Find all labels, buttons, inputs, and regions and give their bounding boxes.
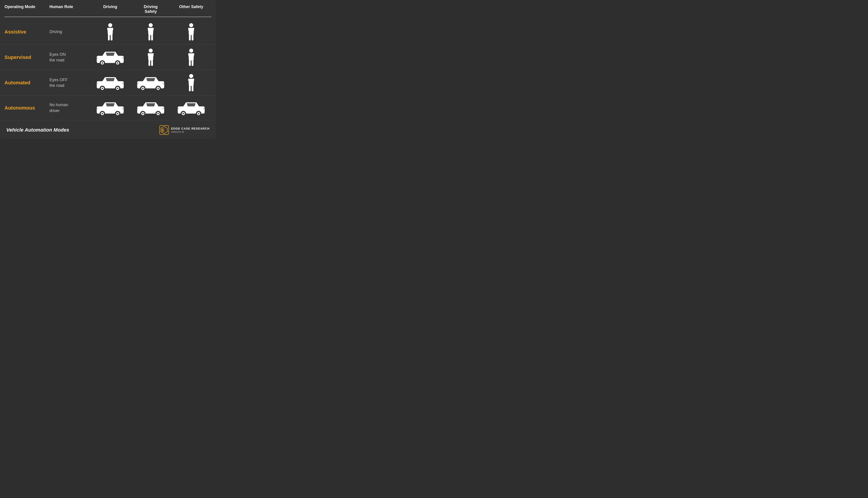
svg-point-54 xyxy=(157,88,159,89)
footer-title: Vehicle Automation Modes xyxy=(6,127,69,133)
svg-rect-80 xyxy=(137,108,139,109)
row-assistive: Assistive Driving xyxy=(0,19,216,45)
other-safety-icon-supervised xyxy=(171,48,211,66)
svg-point-21 xyxy=(102,62,103,64)
svg-point-69 xyxy=(117,113,118,114)
svg-point-33 xyxy=(189,49,193,53)
svg-rect-26 xyxy=(97,57,98,59)
svg-rect-55 xyxy=(162,83,164,84)
svg-rect-46 xyxy=(122,83,124,84)
mode-autonomous: Autonomous xyxy=(4,105,50,111)
svg-point-51 xyxy=(142,88,144,89)
svg-rect-56 xyxy=(137,83,139,84)
svg-rect-10 xyxy=(148,35,150,40)
svg-point-66 xyxy=(102,113,103,114)
svg-text:E: E xyxy=(162,128,165,132)
svg-point-87 xyxy=(198,113,199,114)
col-header-other-safety: Other Safety xyxy=(171,4,211,17)
main-container: Operating Mode Human Role Driving Drivin… xyxy=(0,0,216,139)
svg-point-75 xyxy=(142,113,144,114)
svg-point-78 xyxy=(157,113,159,114)
role-automated: Eyes OFFthe road xyxy=(50,77,90,88)
svg-rect-89 xyxy=(178,108,179,109)
svg-point-45 xyxy=(117,88,118,89)
other-safety-icon-autonomous xyxy=(171,100,211,116)
svg-point-24 xyxy=(117,62,118,64)
header-row: Operating Mode Human Role Driving Drivin… xyxy=(0,0,216,17)
svg-rect-70 xyxy=(122,108,124,109)
role-autonomous: No humandriver xyxy=(50,102,90,113)
svg-rect-17 xyxy=(192,35,194,40)
col-header-operating-mode: Operating Mode xyxy=(4,4,50,17)
svg-point-42 xyxy=(102,88,103,89)
col-header-driving-safety: DrivingSafety xyxy=(130,4,171,17)
driving-icon-assistive xyxy=(90,23,130,41)
svg-rect-4 xyxy=(108,35,110,40)
driving-icon-autonomous xyxy=(90,100,130,116)
svg-rect-88 xyxy=(203,108,205,109)
col-header-human-role: Human Role xyxy=(50,4,90,17)
row-automated: Automated Eyes OFFthe road xyxy=(0,70,216,95)
svg-rect-62 xyxy=(192,86,194,91)
svg-point-6 xyxy=(149,23,153,27)
other-safety-icon-automated xyxy=(171,74,211,92)
brand-text: EDGE CASE RESEARCH www.ecr.ai xyxy=(171,127,210,133)
driving-safety-icon-supervised xyxy=(130,48,171,66)
brand-url: www.ecr.ai xyxy=(171,130,184,133)
role-supervised: Eyes ONthe road xyxy=(50,52,90,63)
mode-assistive: Assistive xyxy=(4,29,50,35)
driving-icon-supervised xyxy=(90,50,130,65)
mode-automated: Automated xyxy=(4,80,50,86)
driving-safety-icon-autonomous xyxy=(130,100,171,116)
col-header-driving: Driving xyxy=(90,4,130,17)
ecr-logo-icon: E xyxy=(159,125,169,135)
svg-point-12 xyxy=(189,23,193,27)
mode-supervised: Supervised xyxy=(4,54,50,60)
driving-safety-icon-assistive xyxy=(130,23,171,41)
svg-rect-31 xyxy=(148,60,150,66)
footer-brand: E EDGE CASE RESEARCH www.ecr.ai xyxy=(159,125,210,135)
svg-rect-38 xyxy=(192,60,194,66)
footer: Vehicle Automation Modes E EDGE CASE RES… xyxy=(0,121,216,139)
svg-rect-61 xyxy=(189,86,191,91)
svg-rect-25 xyxy=(122,57,124,59)
svg-point-0 xyxy=(108,23,112,27)
brand-name: EDGE CASE RESEARCH xyxy=(171,127,210,130)
driving-icon-automated xyxy=(90,75,130,91)
svg-rect-71 xyxy=(97,108,98,109)
svg-rect-16 xyxy=(189,35,191,40)
svg-rect-47 xyxy=(97,83,98,84)
role-assistive: Driving xyxy=(50,29,90,35)
svg-rect-5 xyxy=(111,35,113,40)
svg-point-57 xyxy=(189,74,193,78)
svg-rect-79 xyxy=(162,108,164,109)
row-supervised: Supervised Eyes ONthe road xyxy=(0,45,216,70)
svg-point-27 xyxy=(149,49,153,53)
other-safety-icon-assistive xyxy=(171,23,211,41)
svg-point-84 xyxy=(183,113,184,114)
svg-rect-37 xyxy=(189,60,191,66)
row-autonomous: Autonomous No humandriver xyxy=(0,95,216,120)
driving-safety-icon-automated xyxy=(130,75,171,91)
svg-rect-32 xyxy=(151,60,153,66)
svg-rect-11 xyxy=(151,35,153,40)
